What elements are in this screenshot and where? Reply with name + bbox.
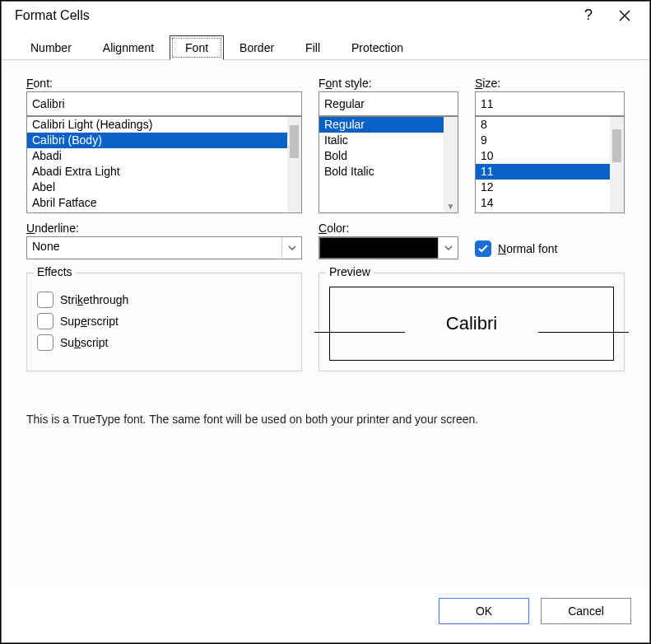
color-select[interactable]	[319, 236, 458, 259]
list-item[interactable]: 10	[476, 148, 624, 164]
strikethrough-label: Strikethrough	[60, 293, 128, 306]
preview-group: Preview Calibri	[319, 273, 625, 371]
tab-number[interactable]: Number	[15, 35, 87, 60]
list-item[interactable]: 14	[476, 195, 624, 211]
titlebar: Format Cells ?	[2, 2, 649, 35]
format-cells-dialog: Format Cells ? NumberAlignmentFontBorder…	[1, 1, 650, 643]
underline-select[interactable]: None	[26, 236, 302, 259]
tab-font[interactable]: Font	[170, 35, 224, 60]
preview-text: Calibri	[397, 313, 546, 334]
checkbox-icon	[37, 313, 53, 329]
color-label: Color:	[319, 222, 458, 235]
list-item[interactable]: Regular	[319, 117, 458, 133]
chevron-down-icon	[281, 237, 301, 259]
list-item[interactable]: 9	[476, 133, 624, 148]
effects-group: Effects Strikethrough Superscript Subscr…	[26, 273, 302, 371]
list-item[interactable]: 12	[476, 180, 624, 195]
checkbox-icon	[475, 240, 491, 257]
list-item[interactable]: Abel	[27, 180, 301, 195]
help-button[interactable]: ?	[570, 7, 607, 24]
list-item[interactable]: 11	[476, 164, 624, 180]
close-button[interactable]	[607, 9, 643, 22]
effects-legend: Effects	[34, 265, 76, 278]
cancel-button[interactable]: Cancel	[541, 598, 631, 624]
footnote: This is a TrueType font. The same font w…	[26, 413, 625, 426]
dialog-body: Font: Calibri Light (Headings)Calibri (B…	[2, 60, 649, 586]
list-item[interactable]: 8	[476, 117, 624, 133]
strikethrough-checkbox[interactable]: Strikethrough	[37, 292, 291, 308]
size-input[interactable]	[475, 91, 625, 116]
font-style-input[interactable]	[319, 91, 458, 116]
scrollbar[interactable]	[610, 117, 624, 212]
subscript-label: Subscript	[60, 336, 108, 349]
scrollbar[interactable]: ▼	[444, 117, 458, 212]
ok-button[interactable]: OK	[439, 598, 529, 624]
chevron-down-icon	[438, 237, 458, 259]
underline-value: None	[27, 237, 281, 259]
list-item[interactable]: Abadi Extra Light	[27, 164, 301, 180]
preview-legend: Preview	[326, 265, 374, 278]
list-item[interactable]: Abadi	[27, 148, 301, 164]
font-listbox[interactable]: Calibri Light (Headings)Calibri (Body)Ab…	[26, 116, 302, 213]
footer: OK Cancel	[2, 586, 649, 642]
preview-box: Calibri	[329, 287, 614, 361]
checkbox-icon	[37, 334, 53, 351]
tab-bar: NumberAlignmentFontBorderFillProtection	[2, 35, 649, 60]
list-item[interactable]: Abril Fatface	[27, 195, 301, 211]
close-icon	[618, 9, 631, 22]
list-item[interactable]: Bold	[319, 148, 458, 164]
scrollbar[interactable]	[287, 117, 301, 212]
tab-fill[interactable]: Fill	[290, 35, 336, 60]
normal-font-checkbox[interactable]: Normal font	[475, 240, 557, 257]
size-label: Size:	[475, 77, 625, 90]
window-title: Format Cells	[15, 8, 570, 23]
superscript-checkbox[interactable]: Superscript	[37, 313, 291, 329]
tab-border[interactable]: Border	[224, 35, 290, 60]
tab-protection[interactable]: Protection	[336, 35, 419, 60]
list-item[interactable]: Italic	[319, 133, 458, 148]
font-label: Font:	[26, 77, 302, 90]
font-style-listbox[interactable]: RegularItalicBoldBold Italic ▼	[319, 116, 458, 213]
font-input[interactable]	[26, 91, 302, 116]
list-item[interactable]: Calibri Light (Headings)	[27, 117, 301, 133]
list-item[interactable]: Bold Italic	[319, 164, 458, 180]
subscript-checkbox[interactable]: Subscript	[37, 334, 291, 351]
tab-alignment[interactable]: Alignment	[87, 35, 170, 60]
normal-font-label: Normal font	[498, 242, 557, 255]
superscript-label: Superscript	[60, 315, 119, 328]
underline-label: Underline:	[26, 222, 302, 235]
list-item[interactable]: Calibri (Body)	[27, 133, 301, 148]
size-listbox[interactable]: 8910111214	[475, 116, 625, 213]
font-style-label: Font style:	[319, 77, 458, 90]
color-swatch	[319, 237, 438, 259]
checkbox-icon	[37, 292, 53, 308]
